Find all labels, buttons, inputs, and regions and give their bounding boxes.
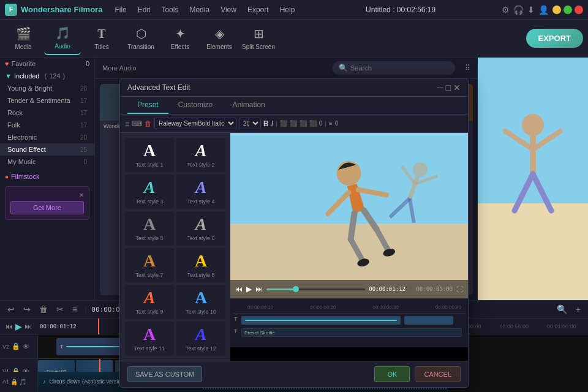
style-letter-11: A xyxy=(143,326,156,343)
style-letter-3: A xyxy=(144,179,156,196)
video-play-icon[interactable]: ▶ xyxy=(246,285,252,293)
dialog-maximize-icon[interactable]: □ xyxy=(446,83,451,92)
style-item-8[interactable]: A Text style 8 xyxy=(176,248,225,282)
style-label-12: Text style 12 xyxy=(186,345,216,352)
advanced-text-edit-dialog: Advanced Text Edit ─ □ ✕ Preset Customiz… xyxy=(119,78,469,388)
style-label-7: Text style 7 xyxy=(135,272,163,278)
italic-button[interactable]: I xyxy=(271,119,273,128)
style-letter-4: A xyxy=(195,179,207,196)
style-label-9: Text style 9 xyxy=(135,309,163,315)
bold-button[interactable]: B xyxy=(263,119,269,128)
tab-customize[interactable]: Customize xyxy=(168,97,223,114)
style-letter-12: A xyxy=(195,326,207,343)
style-label-4: Text style 4 xyxy=(187,198,214,205)
style-item-2[interactable]: A Text style 2 xyxy=(176,138,225,172)
video-next-icon[interactable]: ⏭ xyxy=(255,285,263,293)
video-total-time: 00:00:05:00 xyxy=(416,286,453,292)
dialog-action-buttons: OK CANCEL xyxy=(374,366,461,382)
text-align-icon[interactable]: ≡ xyxy=(125,119,129,128)
dialog-ruler: 00:00:00:10 00:00:00:20 00:00:00:30 00:0… xyxy=(233,301,466,314)
dialog-clip-1[interactable] xyxy=(241,316,401,325)
styles-grid: A Text style 1 A Text style 2 A Text sty… xyxy=(125,138,225,356)
style-label-6: Text style 6 xyxy=(187,235,214,241)
video-prev-icon[interactable]: ⏮ xyxy=(235,285,243,293)
svg-line-19 xyxy=(324,192,353,214)
font-select[interactable]: Raleway SemiBold Italic xyxy=(154,118,236,129)
align-left-icon[interactable]: ⬛ xyxy=(280,120,287,127)
video-fullscreen-icon[interactable]: ⛶ xyxy=(456,285,463,293)
style-letter-1: A xyxy=(143,142,156,159)
dialog-tabs: Preset Customize Animation xyxy=(120,97,468,115)
style-label-5: Text style 5 xyxy=(135,235,163,241)
style-label-2: Text style 2 xyxy=(187,162,214,168)
align-justify-icon[interactable]: ⬛ xyxy=(309,120,317,127)
style-letter-9: A xyxy=(144,289,156,306)
line-height-icon[interactable]: ≡ xyxy=(329,120,333,127)
dialog-cancel-button[interactable]: CANCEL xyxy=(415,366,461,382)
style-label-3: Text style 3 xyxy=(135,198,163,205)
styles-panel: A Text style 1 A Text style 2 A Text sty… xyxy=(120,133,230,361)
style-item-5[interactable]: A Text style 5 xyxy=(125,211,174,246)
dialog-body: A Text style 1 A Text style 2 A Text sty… xyxy=(120,133,468,361)
video-progress-fill xyxy=(266,288,296,290)
style-letter-2: A xyxy=(195,142,207,159)
style-item-6[interactable]: A Text style 6 xyxy=(176,211,225,246)
style-item-10[interactable]: A Text style 10 xyxy=(176,285,225,319)
font-size-select[interactable]: 20 xyxy=(239,118,261,129)
style-letter-7: A xyxy=(143,252,156,270)
dialog-win-controls: ─ □ ✕ xyxy=(437,83,461,92)
dialog-text-track-2: T Preset Skottle xyxy=(233,327,466,338)
style-letter-6: A xyxy=(195,216,207,233)
dialog-title: Advanced Text Edit xyxy=(127,83,190,92)
dialog-text-track-1: T xyxy=(233,315,466,326)
dialog-formatting-toolbar: ≡ ⌨ 🗑 Raleway SemiBold Italic 20 B I | ⬛… xyxy=(120,115,468,133)
dialog-minimize-icon[interactable]: ─ xyxy=(437,83,443,92)
svg-point-8 xyxy=(411,160,430,179)
style-item-1[interactable]: A Text style 1 xyxy=(125,138,174,172)
tab-animation[interactable]: Animation xyxy=(222,97,274,114)
jumper-svg xyxy=(230,133,466,298)
style-label-1: Text style 1 xyxy=(135,162,163,168)
svg-line-12 xyxy=(390,194,409,221)
tab-preset[interactable]: Preset xyxy=(127,97,168,114)
style-label-10: Text style 10 xyxy=(186,309,216,315)
align-center-icon[interactable]: ⬛ xyxy=(290,120,297,127)
dialog-timeline-area: 00:00:00:10 00:00:00:20 00:00:00:30 00:0… xyxy=(230,298,468,347)
video-preview-frame: ⏮ ▶ ⏭ 00:00:01:12 / 00:00:05:00 ⛶ xyxy=(230,133,468,298)
align-right-icon[interactable]: ⬛ xyxy=(300,120,307,127)
dialog-ok-button[interactable]: OK xyxy=(374,366,410,382)
style-label-8: Text style 8 xyxy=(187,272,214,278)
video-scrubber[interactable] xyxy=(293,286,299,292)
style-label-11: Text style 11 xyxy=(134,345,165,352)
video-time-display: 00:00:01:12 xyxy=(369,286,405,292)
dialog-preset-clip[interactable]: Preset Skottle xyxy=(241,328,462,337)
dialog-clip-2[interactable] xyxy=(404,316,453,325)
video-progress-bar[interactable] xyxy=(266,288,365,290)
line-spacing-label[interactable]: 0 xyxy=(335,120,339,127)
style-item-3[interactable]: A Text style 3 xyxy=(125,175,174,209)
style-letter-8: A xyxy=(195,252,207,270)
style-letter-5: A xyxy=(143,216,156,233)
text-format-icon[interactable]: ⌨ xyxy=(132,119,142,128)
style-item-9[interactable]: A Text style 9 xyxy=(125,285,174,319)
svg-line-18 xyxy=(377,228,389,253)
dialog-overlay: Advanced Text Edit ─ □ ✕ Preset Customiz… xyxy=(0,0,588,392)
letter-spacing-icon[interactable]: 0 xyxy=(319,120,323,127)
svg-line-15 xyxy=(344,213,361,239)
svg-line-17 xyxy=(351,238,363,263)
svg-line-20 xyxy=(358,183,386,202)
style-item-4[interactable]: A Text style 4 xyxy=(176,175,225,209)
video-controls-overlay: ⏮ ▶ ⏭ 00:00:01:12 / 00:00:05:00 ⛶ xyxy=(230,280,468,298)
save-custom-button[interactable]: SAVE AS CUSTOM xyxy=(127,366,202,382)
dialog-footer: SAVE AS CUSTOM OK CANCEL xyxy=(120,361,468,387)
style-letter-10: A xyxy=(195,289,207,306)
delete-text-icon[interactable]: 🗑 xyxy=(145,119,152,128)
style-item-11[interactable]: A Text style 11 xyxy=(125,322,174,356)
dialog-titlebar: Advanced Text Edit ─ □ ✕ xyxy=(120,79,468,97)
video-preview-area: ⏮ ▶ ⏭ 00:00:01:12 / 00:00:05:00 ⛶ xyxy=(230,133,468,361)
style-item-12[interactable]: A Text style 12 xyxy=(176,322,225,356)
dialog-close-icon[interactable]: ✕ xyxy=(453,83,461,92)
style-item-7[interactable]: A Text style 7 xyxy=(125,248,174,282)
